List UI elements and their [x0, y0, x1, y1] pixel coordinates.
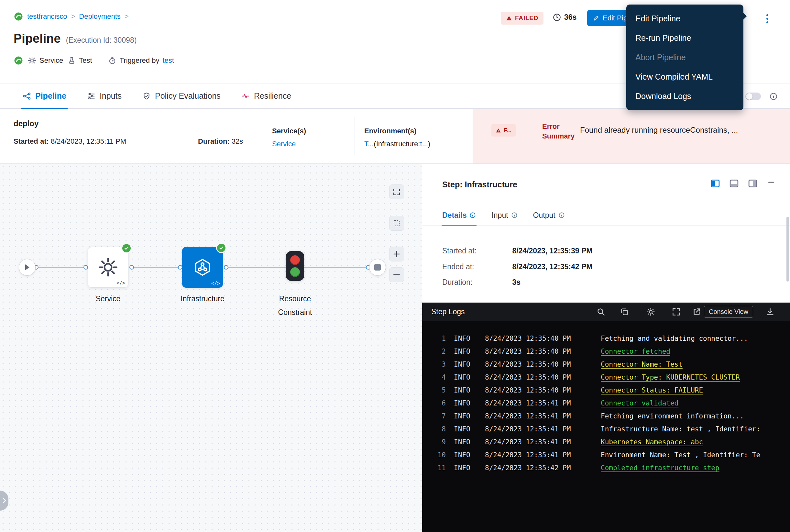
- tab-resilience[interactable]: Resilience: [241, 83, 291, 109]
- log-line: 6INFO8/24/2023 12:35:41 PMConnector vali…: [422, 397, 790, 410]
- panel-layout-split-icon[interactable]: [710, 178, 720, 188]
- log-level: INFO: [454, 423, 477, 436]
- tab-inputs[interactable]: Inputs: [87, 83, 122, 109]
- view-toggle[interactable]: [745, 93, 761, 100]
- resource-constraint-node[interactable]: [286, 251, 304, 281]
- detail-started-label: Started at:: [442, 247, 510, 255]
- canvas-fullscreen-button[interactable]: [389, 185, 404, 200]
- search-icon[interactable]: [597, 307, 605, 316]
- log-line-number: 11: [422, 461, 446, 474]
- log-message: Infrastructure Name: test , Identifier:: [601, 423, 790, 436]
- panel-minimize-button[interactable]: [766, 177, 777, 188]
- log-message: Fetching environment information...: [601, 410, 790, 423]
- breadcrumb-separator: >: [71, 12, 75, 21]
- detail-started-value: 8/24/2023, 12:35:39 PM: [512, 247, 592, 255]
- log-timestamp: 8/24/2023 12:35:40 PM: [485, 371, 601, 384]
- tab-input-label: Input: [492, 211, 508, 220]
- menu-item-edit-pipeline[interactable]: Edit Pipeline: [626, 9, 744, 28]
- environment-link[interactable]: T...(Infrastructure:t...): [364, 140, 430, 148]
- service-step-node[interactable]: </>: [88, 247, 129, 288]
- execution-id: (Execution Id: 30098): [66, 36, 137, 45]
- open-external-icon[interactable]: [692, 307, 701, 316]
- tab-details[interactable]: Details: [442, 205, 476, 226]
- warning-triangle-icon: [496, 128, 501, 133]
- service-meta-label: Service: [39, 56, 63, 65]
- canvas-zoom-out-button[interactable]: [389, 267, 404, 282]
- pipeline-end-node[interactable]: [369, 259, 386, 276]
- log-line-number: 8: [422, 423, 446, 436]
- log-line-number: 10: [422, 449, 446, 461]
- pipeline-execution-page: testfrancisco > Deployments > Pipeline (…: [0, 0, 790, 532]
- copy-icon[interactable]: [620, 307, 629, 316]
- log-line: 7INFO8/24/2023 12:35:41 PMFetching envir…: [422, 410, 790, 423]
- pipeline-start-node[interactable]: [19, 259, 36, 276]
- log-lines: 1INFO8/24/2023 12:35:40 PMFetching and v…: [422, 321, 790, 532]
- log-timestamp: 8/24/2023 12:35:41 PM: [485, 410, 601, 423]
- pipeline-options-menu: Edit Pipeline Re-run Pipeline Abort Pipe…: [626, 4, 744, 110]
- triggered-by-user-link[interactable]: test: [162, 56, 174, 65]
- edge-connector: [132, 267, 180, 268]
- panel-expand-handle[interactable]: [0, 491, 8, 511]
- settings-gear-icon[interactable]: [647, 307, 655, 316]
- log-line-number: 9: [422, 436, 446, 449]
- pipeline-canvas[interactable]: </> </> Service Infrastructure Resource …: [0, 164, 422, 532]
- info-icon[interactable]: [769, 92, 778, 101]
- policy-shield-icon: [142, 92, 151, 100]
- menu-item-rerun-pipeline[interactable]: Re-run Pipeline: [626, 28, 744, 48]
- expand-icon[interactable]: [672, 307, 681, 316]
- environment-infra-prefix: (Infrastructure:: [374, 140, 420, 148]
- error-status-badge-label: F...: [504, 127, 512, 134]
- code-badge: </>: [116, 280, 125, 286]
- log-timestamp: 8/24/2023 12:35:40 PM: [485, 345, 601, 358]
- tab-policy-evaluations[interactable]: Policy Evaluations: [142, 83, 220, 109]
- menu-item-download-logs[interactable]: Download Logs: [626, 87, 744, 106]
- tab-input[interactable]: Input: [492, 205, 517, 226]
- error-status-badge: F...: [492, 124, 516, 136]
- node-port: [129, 265, 134, 269]
- page-title: Pipeline: [14, 32, 61, 45]
- log-message: Kubernetes Namespace: abc: [601, 436, 790, 449]
- environment-name[interactable]: T...: [364, 140, 374, 148]
- traffic-light-green: [290, 267, 300, 277]
- log-timestamp: 8/24/2023 12:35:40 PM: [485, 332, 601, 345]
- error-summary-area: F... Error Summary Found already running…: [473, 109, 790, 164]
- breadcrumb-project-link[interactable]: testfrancisco: [27, 12, 67, 21]
- log-line: 3INFO8/24/2023 12:35:40 PMConnector Name…: [422, 358, 790, 371]
- detail-ended-value: 8/24/2023, 12:35:42 PM: [512, 263, 592, 271]
- tab-resilience-label: Resilience: [254, 91, 291, 101]
- infrastructure-step-node[interactable]: </>: [182, 247, 223, 288]
- panel-layout-right-icon[interactable]: [748, 178, 758, 188]
- service-link[interactable]: Service: [272, 140, 296, 148]
- edge-connector: [36, 267, 86, 268]
- canvas-zoom-in-button[interactable]: [389, 247, 404, 262]
- step-detail-tabs: Details Input Output: [442, 205, 565, 226]
- step-logs-title: Step Logs: [431, 307, 465, 316]
- breadcrumb-deployments-link[interactable]: Deployments: [79, 12, 120, 21]
- step-panel-title: Step: Infrastructure: [442, 180, 517, 189]
- download-icon[interactable]: [766, 307, 774, 316]
- tab-pipeline-label: Pipeline: [35, 91, 66, 101]
- stop-square-icon: [374, 264, 381, 270]
- vertical-scrollbar[interactable]: [787, 217, 789, 282]
- canvas-select-button[interactable]: [389, 216, 404, 231]
- tab-details-label: Details: [442, 211, 466, 220]
- environment-infra-name[interactable]: t...: [420, 140, 428, 148]
- minus-icon: [392, 270, 401, 279]
- log-message: Environment Name: Test , Identifier: Te: [601, 449, 790, 461]
- log-level: INFO: [454, 358, 477, 371]
- tab-pipeline[interactable]: Pipeline: [23, 83, 66, 109]
- log-message: Connector Status: FAILURE: [601, 384, 790, 397]
- environments-label: Environment(s): [364, 127, 416, 135]
- tab-output[interactable]: Output: [533, 205, 565, 226]
- menu-item-view-compiled-yaml[interactable]: View Compiled YAML: [626, 67, 744, 87]
- log-line: 2INFO8/24/2023 12:35:40 PMConnector fetc…: [422, 345, 790, 358]
- gear-icon: [98, 257, 118, 277]
- more-options-kebab-icon[interactable]: [761, 12, 774, 26]
- minus-icon: [767, 178, 775, 186]
- console-view-button[interactable]: Console View: [704, 306, 753, 318]
- node-label-resource-constraint: Resource Constraint: [269, 292, 321, 319]
- panel-layout-bottom-icon[interactable]: [729, 178, 739, 188]
- log-line: 4INFO8/24/2023 12:35:40 PMConnector Type…: [422, 371, 790, 384]
- started-at-value: 8/24/2023, 12:35:11 PM: [51, 137, 126, 145]
- info-icon: [558, 212, 565, 218]
